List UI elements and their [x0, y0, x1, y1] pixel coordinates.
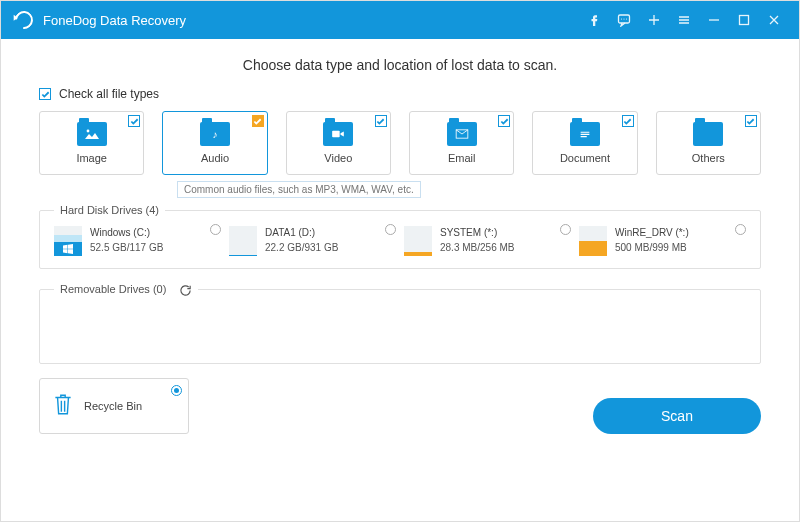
hdd-group: Hard Disk Drives (4) Windows (C:)52.5 GB…	[39, 204, 761, 269]
others-icon	[693, 122, 723, 146]
drive-info: SYSTEM (*:)28.3 MB/256 MB	[440, 226, 514, 256]
recycle-label: Recycle Bin	[84, 400, 142, 412]
document-icon	[570, 122, 600, 146]
app-title: FoneDog Data Recovery	[43, 13, 186, 28]
recycle-bin-card[interactable]: Recycle Bin	[39, 378, 189, 434]
file-type-row: Image ♪ Audio Video Email Document Other…	[39, 111, 761, 175]
svg-rect-6	[332, 131, 340, 138]
removable-group: Removable Drives (0)	[39, 283, 761, 364]
drive-item[interactable]: SYSTEM (*:)28.3 MB/256 MB	[404, 226, 571, 256]
drive-info: DATA1 (D:)22.2 GB/931 GB	[265, 226, 338, 256]
facebook-icon[interactable]	[579, 1, 609, 39]
audio-tooltip: Common audio files, such as MP3, WMA, WA…	[177, 181, 421, 198]
add-icon[interactable]	[639, 1, 669, 39]
drive-item[interactable]: DATA1 (D:)22.2 GB/931 GB	[229, 226, 396, 256]
titlebar: FoneDog Data Recovery	[1, 1, 799, 39]
drive-item[interactable]: WinRE_DRV (*:)500 MB/999 MB	[579, 226, 746, 256]
video-icon	[323, 122, 353, 146]
type-label: Document	[560, 152, 610, 164]
drive-icon	[54, 226, 82, 256]
check-icon	[252, 115, 264, 127]
svg-point-3	[626, 18, 627, 19]
check-icon	[128, 115, 140, 127]
close-icon[interactable]	[759, 1, 789, 39]
removable-legend-text: Removable Drives (0)	[60, 283, 166, 295]
type-label: Video	[324, 152, 352, 164]
type-email[interactable]: Email	[409, 111, 514, 175]
type-label: Audio	[201, 152, 229, 164]
drive-icon	[579, 226, 607, 256]
refresh-icon[interactable]	[179, 284, 192, 297]
drive-radio[interactable]	[210, 224, 221, 235]
type-label: Email	[448, 152, 476, 164]
drive-radio[interactable]	[385, 224, 396, 235]
type-others[interactable]: Others	[656, 111, 761, 175]
drive-info: Windows (C:)52.5 GB/117 GB	[90, 226, 163, 256]
check-all-label: Check all file types	[59, 87, 159, 101]
audio-icon: ♪	[200, 122, 230, 146]
image-icon	[77, 122, 107, 146]
menu-icon[interactable]	[669, 1, 699, 39]
hdd-legend: Hard Disk Drives (4)	[54, 204, 165, 216]
check-icon	[622, 115, 634, 127]
type-document[interactable]: Document	[532, 111, 637, 175]
type-image[interactable]: Image	[39, 111, 144, 175]
drive-item[interactable]: Windows (C:)52.5 GB/117 GB	[54, 226, 221, 256]
check-all-row[interactable]: Check all file types	[39, 87, 761, 101]
recycle-radio[interactable]	[171, 385, 182, 396]
app-logo-icon	[11, 7, 36, 32]
drive-radio[interactable]	[735, 224, 746, 235]
check-icon	[745, 115, 757, 127]
drive-info: WinRE_DRV (*:)500 MB/999 MB	[615, 226, 689, 256]
svg-point-2	[623, 18, 624, 19]
svg-rect-4	[740, 16, 749, 25]
drive-icon	[229, 226, 257, 256]
feedback-icon[interactable]	[609, 1, 639, 39]
svg-point-1	[621, 18, 622, 19]
check-icon	[375, 115, 387, 127]
check-all-checkbox[interactable]	[39, 88, 51, 100]
trash-icon	[52, 392, 74, 420]
removable-legend: Removable Drives (0)	[54, 283, 198, 297]
page-heading: Choose data type and location of lost da…	[39, 57, 761, 73]
drive-icon	[404, 226, 432, 256]
check-icon	[498, 115, 510, 127]
svg-point-5	[86, 130, 89, 133]
scan-button[interactable]: Scan	[593, 398, 761, 434]
type-audio[interactable]: ♪ Audio	[162, 111, 267, 175]
type-video[interactable]: Video	[286, 111, 391, 175]
type-label: Image	[76, 152, 107, 164]
drive-radio[interactable]	[560, 224, 571, 235]
minimize-icon[interactable]	[699, 1, 729, 39]
email-icon	[447, 122, 477, 146]
maximize-icon[interactable]	[729, 1, 759, 39]
type-label: Others	[692, 152, 725, 164]
